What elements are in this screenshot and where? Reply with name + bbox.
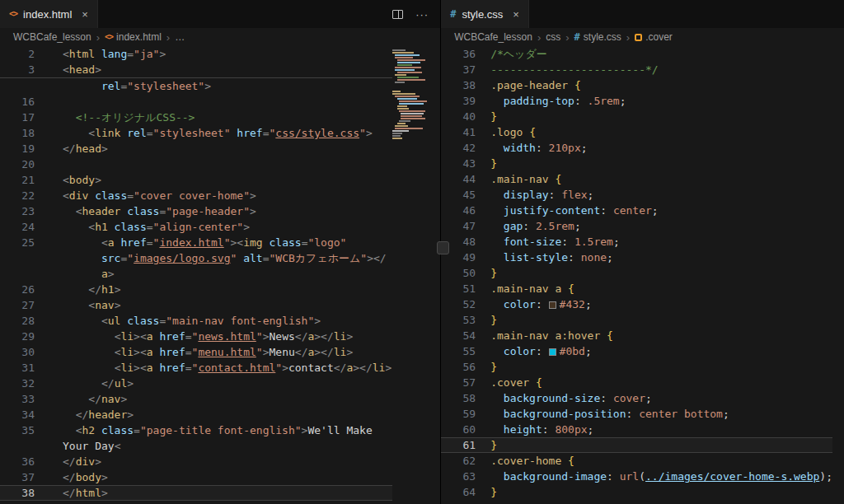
code-line[interactable]: 2<html lang="ja">: [0, 46, 392, 62]
line-number[interactable]: 24: [0, 219, 35, 235]
line-number[interactable]: 37: [441, 62, 476, 77]
code-line[interactable]: 26 </h1>: [0, 282, 392, 297]
code-line[interactable]: 37</body>: [0, 469, 392, 485]
code-line[interactable]: 28 <ul class="main-nav font-english">: [0, 313, 392, 329]
line-number[interactable]: 25: [0, 235, 35, 250]
editor-sash-handle[interactable]: [437, 241, 449, 254]
editor-index-html[interactable]: 2<html lang="ja">3<head> rel="stylesheet…: [0, 46, 440, 504]
line-number[interactable]: 26: [0, 282, 35, 297]
line-number[interactable]: 23: [0, 203, 35, 219]
code-line[interactable]: 19</head>: [0, 141, 392, 156]
minimap[interactable]: [392, 48, 429, 170]
line-number[interactable]: 20: [0, 156, 35, 172]
code-line[interactable]: 39 padding-top: .5rem;: [441, 93, 832, 109]
line-number[interactable]: 44: [441, 171, 476, 187]
breadcrumb-item-folder-css[interactable]: css: [546, 31, 560, 43]
line-number[interactable]: 21: [0, 172, 35, 188]
line-number[interactable]: 3: [0, 62, 35, 77]
code-line[interactable]: 17 <!--オリジナルCSS-->: [0, 110, 392, 125]
line-number[interactable]: 22: [0, 188, 35, 203]
line-number[interactable]: 34: [0, 407, 35, 422]
breadcrumb-item-symbol[interactable]: …: [175, 31, 185, 43]
line-number[interactable]: 60: [441, 422, 476, 437]
code-line[interactable]: 43}: [441, 156, 832, 171]
line-number[interactable]: 32: [0, 376, 35, 391]
line-number[interactable]: 61: [441, 437, 476, 453]
code-line[interactable]: 22<div class="cover cover-home">: [0, 188, 392, 203]
breadcrumb-item-symbol[interactable]: .cover: [635, 31, 673, 43]
line-number[interactable]: 64: [441, 484, 476, 500]
line-number[interactable]: 35: [0, 422, 35, 438]
line-number[interactable]: 31: [0, 360, 35, 376]
split-editor-icon[interactable]: [392, 10, 403, 19]
code-line[interactable]: 54.main-nav a:hover {: [441, 328, 832, 343]
line-number[interactable]: 36: [441, 46, 476, 62]
code-line[interactable]: 63 background-image: url(../images/cover…: [441, 469, 832, 484]
line-number[interactable]: 63: [441, 469, 476, 484]
code-line[interactable]: 47 gap: 2.5rem;: [441, 218, 832, 234]
line-number[interactable]: 42: [441, 140, 476, 156]
line-number[interactable]: 57: [441, 375, 476, 390]
line-number[interactable]: 28: [0, 313, 35, 329]
line-number[interactable]: 56: [441, 359, 476, 375]
line-number[interactable]: 17: [0, 110, 35, 125]
code-line[interactable]: 36/*ヘッダー: [441, 46, 832, 62]
line-number[interactable]: [0, 78, 35, 94]
line-number[interactable]: 51: [441, 281, 476, 296]
line-number[interactable]: [0, 266, 35, 282]
close-icon[interactable]: ×: [82, 9, 88, 20]
code-line[interactable]: 57.cover {: [441, 375, 832, 390]
breadcrumb-item-file[interactable]: <> index.html: [105, 31, 162, 43]
code-line[interactable]: 32 </ul>: [0, 376, 392, 391]
code-line[interactable]: 25 <a href="index.html"><img class="logo…: [0, 235, 392, 250]
line-number[interactable]: 46: [441, 203, 476, 218]
code-line[interactable]: 34 </header>: [0, 407, 392, 422]
line-number[interactable]: 58: [441, 390, 476, 406]
code-line[interactable]: 42 width: 210px;: [441, 140, 832, 156]
code-line[interactable]: 52 color: #432;: [441, 296, 832, 312]
code-line[interactable]: 21<body>: [0, 172, 392, 188]
line-number[interactable]: 45: [441, 187, 476, 203]
code-line[interactable]: 30 <li><a href="menu.html">Menu</a></li>: [0, 344, 392, 360]
code-line[interactable]: 59 background-position: center bottom;: [441, 406, 832, 422]
line-number[interactable]: 38: [441, 77, 476, 93]
code-line[interactable]: 16: [0, 94, 392, 110]
code-line[interactable]: 60 height: 800px;: [441, 422, 832, 437]
code-line[interactable]: 61}: [441, 437, 832, 453]
line-number[interactable]: [0, 438, 35, 454]
code-line[interactable]: 53}: [441, 312, 832, 328]
code-line[interactable]: 46 justify-content: center;: [441, 203, 832, 218]
line-number[interactable]: [0, 250, 35, 266]
line-number[interactable]: 40: [441, 109, 476, 124]
code-line[interactable]: 27 <nav>: [0, 297, 392, 313]
code-line[interactable]: 50}: [441, 265, 832, 281]
code-line[interactable]: 18 <link rel="stylesheet" href="css/styl…: [0, 125, 392, 141]
code-line[interactable]: 41.logo {: [441, 124, 832, 140]
code-line[interactable]: 31 <li><a href="contact.html">contact</a…: [0, 360, 392, 376]
code-line[interactable]: 48 font-size: 1.5rem;: [441, 234, 832, 250]
line-number[interactable]: 53: [441, 312, 476, 328]
tab-style-css[interactable]: # style.css ×: [441, 0, 529, 28]
code-line[interactable]: 38.page-header {: [441, 77, 832, 93]
line-number[interactable]: 38: [0, 485, 35, 501]
line-number[interactable]: 62: [441, 453, 476, 469]
code-line[interactable]: 55 color: #0bd;: [441, 343, 832, 359]
code-line[interactable]: 35 <h2 class="page-title font-english">W…: [0, 422, 392, 438]
line-number[interactable]: 37: [0, 469, 35, 485]
code-line[interactable]: 51.main-nav a {: [441, 281, 832, 296]
line-number[interactable]: 18: [0, 125, 35, 141]
line-number[interactable]: 52: [441, 296, 476, 312]
code-line[interactable]: 3<head>: [0, 62, 392, 77]
line-number[interactable]: 16: [0, 94, 35, 110]
breadcrumb-item-folder[interactable]: WCBCafe_lesson: [13, 31, 91, 43]
code-line[interactable]: 33 </nav>: [0, 391, 392, 407]
tab-index-html[interactable]: <> index.html ×: [0, 0, 98, 28]
code-line[interactable]: 56}: [441, 359, 832, 375]
line-number[interactable]: 30: [0, 344, 35, 360]
code-line[interactable]: 58 background-size: cover;: [441, 390, 832, 406]
more-actions-icon[interactable]: ···: [415, 8, 429, 21]
code-line[interactable]: 62.cover-home {: [441, 453, 832, 469]
code-line[interactable]: 44.main-nav {: [441, 171, 832, 187]
code-line[interactable]: 36</div>: [0, 454, 392, 469]
line-number[interactable]: 19: [0, 141, 35, 156]
